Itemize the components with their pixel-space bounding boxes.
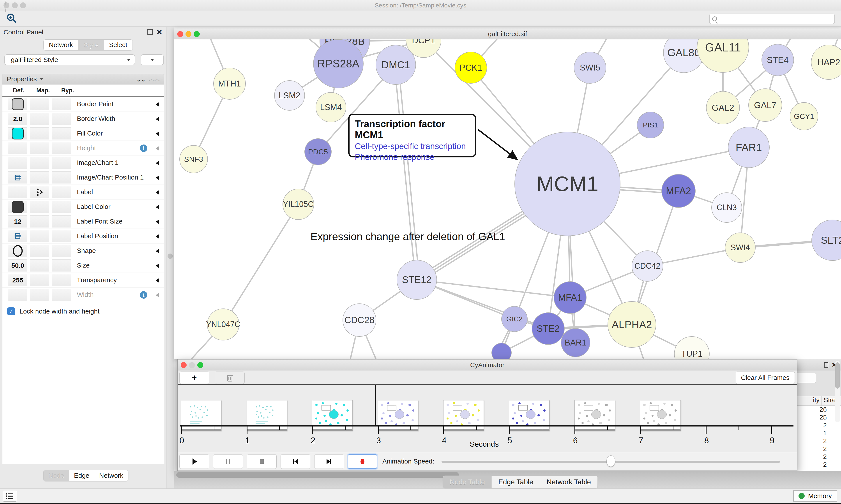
default-cell[interactable] xyxy=(8,201,28,213)
bypass-cell[interactable] xyxy=(52,215,71,228)
expand-row-icon[interactable] xyxy=(156,131,159,136)
table-scrollbar[interactable] xyxy=(835,361,840,422)
info-icon[interactable]: i xyxy=(140,291,147,299)
search-input[interactable] xyxy=(719,15,835,22)
default-cell[interactable]: 50.0 xyxy=(8,259,28,271)
table-cell-value[interactable]: 2 xyxy=(798,461,841,469)
float-panel-icon[interactable] xyxy=(824,362,828,367)
add-frame-button[interactable]: + xyxy=(179,372,209,384)
go-to-start-button[interactable] xyxy=(281,454,310,469)
property-row[interactable]: Shape xyxy=(2,244,164,258)
tab-style[interactable]: Style xyxy=(78,40,104,50)
timeline-playhead[interactable] xyxy=(375,385,376,426)
expand-row-icon[interactable] xyxy=(156,190,159,195)
table-toolbar-button[interactable] xyxy=(796,373,816,383)
default-cell[interactable] xyxy=(8,245,28,257)
default-cell[interactable] xyxy=(8,142,28,154)
minimize-icon[interactable] xyxy=(185,31,192,37)
bypass-cell[interactable] xyxy=(52,186,71,198)
mapping-cell[interactable] xyxy=(30,259,49,271)
clear-all-frames-button[interactable]: Clear All Frames xyxy=(736,372,795,384)
style-selector[interactable]: galFiltered Style xyxy=(4,54,135,65)
property-row[interactable]: 2.0 Border Width xyxy=(2,111,164,126)
column-header[interactable]: ity xyxy=(798,396,822,406)
tab-edge[interactable]: Edge xyxy=(69,470,94,481)
bypass-cell[interactable] xyxy=(52,172,71,183)
default-value[interactable]: 255 xyxy=(12,276,23,284)
bypass-cell[interactable] xyxy=(52,142,71,154)
mapping-cell[interactable] xyxy=(30,113,49,125)
mapping-cell[interactable] xyxy=(30,215,49,228)
expand-row-icon[interactable] xyxy=(156,219,159,224)
default-value[interactable]: 2.0 xyxy=(13,115,22,123)
default-cell[interactable]: 2.0 xyxy=(8,113,28,125)
property-row[interactable]: 12 Label Font Size xyxy=(2,214,164,229)
default-value[interactable]: 50.0 xyxy=(12,262,24,269)
default-cell[interactable] xyxy=(8,157,28,169)
tab-network-table[interactable]: Network Table xyxy=(540,476,597,488)
network-canvas[interactable]: Expression change after deletion of GAL1… xyxy=(174,39,841,359)
expand-row-icon[interactable] xyxy=(156,278,159,283)
property-row[interactable]: Label Position xyxy=(2,229,164,244)
close-icon[interactable] xyxy=(177,31,183,37)
mapping-cell[interactable] xyxy=(30,289,49,301)
table-cell-value[interactable]: 2 xyxy=(798,421,841,429)
properties-header[interactable]: Properties ⌄⌄ ︿︿ xyxy=(2,74,164,84)
color-swatch[interactable] xyxy=(12,98,24,110)
default-value[interactable]: 12 xyxy=(14,218,21,225)
mapping-cell[interactable] xyxy=(30,245,49,257)
lock-size-checkbox[interactable]: ✓ xyxy=(7,307,15,315)
search-field[interactable] xyxy=(709,14,835,24)
expand-row-icon[interactable] xyxy=(156,102,159,107)
default-cell[interactable] xyxy=(8,230,28,242)
expand-row-icon[interactable] xyxy=(156,249,159,254)
float-panel-icon[interactable] xyxy=(147,29,153,35)
zoom-in-button[interactable] xyxy=(3,12,20,25)
expand-row-icon[interactable] xyxy=(156,161,159,165)
mapping-cell[interactable] xyxy=(30,274,49,286)
style-options-button[interactable] xyxy=(141,54,164,65)
mapping-cell[interactable] xyxy=(30,172,49,183)
property-row[interactable]: 255 Transparency xyxy=(2,273,164,287)
expand-row-icon[interactable] xyxy=(156,175,159,180)
speed-slider-thumb[interactable] xyxy=(606,455,615,467)
table-cell-value[interactable]: 2 xyxy=(798,437,841,445)
divider-handle-icon[interactable] xyxy=(167,254,173,259)
bypass-cell[interactable] xyxy=(52,127,71,140)
table-cell-value[interactable]: 2 xyxy=(798,453,841,461)
default-cell[interactable] xyxy=(8,186,28,198)
tab-node-table[interactable]: Node Table xyxy=(443,476,492,488)
mapping-cell[interactable] xyxy=(30,142,49,154)
property-row[interactable]: Height i xyxy=(2,141,164,156)
expand-row-icon[interactable] xyxy=(156,205,159,210)
network-window-controls[interactable] xyxy=(177,31,200,37)
expand-row-icon[interactable] xyxy=(156,264,159,268)
bypass-cell[interactable] xyxy=(52,274,71,286)
close-icon[interactable] xyxy=(181,362,186,368)
expand-all-icon[interactable]: ⌄⌄ xyxy=(136,75,145,83)
property-row[interactable]: Label xyxy=(2,185,164,199)
bypass-cell[interactable] xyxy=(52,289,71,301)
tab-edge-table[interactable]: Edge Table xyxy=(492,476,540,488)
property-row[interactable]: Fill Color xyxy=(2,126,164,141)
table-cell-value[interactable]: 2 xyxy=(798,445,841,453)
scrollbar-thumb[interactable] xyxy=(835,362,840,389)
default-cell[interactable]: 255 xyxy=(8,274,28,286)
default-cell[interactable] xyxy=(8,98,28,110)
bypass-cell[interactable] xyxy=(52,259,71,271)
mapping-cell[interactable] xyxy=(30,98,49,110)
table-cell-value[interactable]: 1 xyxy=(798,429,841,437)
cyanimator-titlebar[interactable]: CyAnimator xyxy=(178,360,797,371)
task-history-button[interactable] xyxy=(3,491,17,502)
collapse-all-icon[interactable]: ︿︿ xyxy=(148,75,160,84)
horizontal-scrollbar[interactable] xyxy=(176,472,459,478)
bypass-cell[interactable] xyxy=(52,245,71,257)
bypass-cell[interactable] xyxy=(52,113,71,125)
tab-network-bottom[interactable]: Network xyxy=(94,470,128,481)
expand-row-icon[interactable] xyxy=(156,117,159,122)
table-cell-value[interactable]: 26 xyxy=(798,406,841,414)
mapping-cell[interactable] xyxy=(30,230,49,242)
animation-timeline[interactable]: 0123456789Seconds xyxy=(178,384,797,453)
delete-frame-button[interactable] xyxy=(215,372,245,384)
mapping-cell[interactable] xyxy=(30,186,49,198)
